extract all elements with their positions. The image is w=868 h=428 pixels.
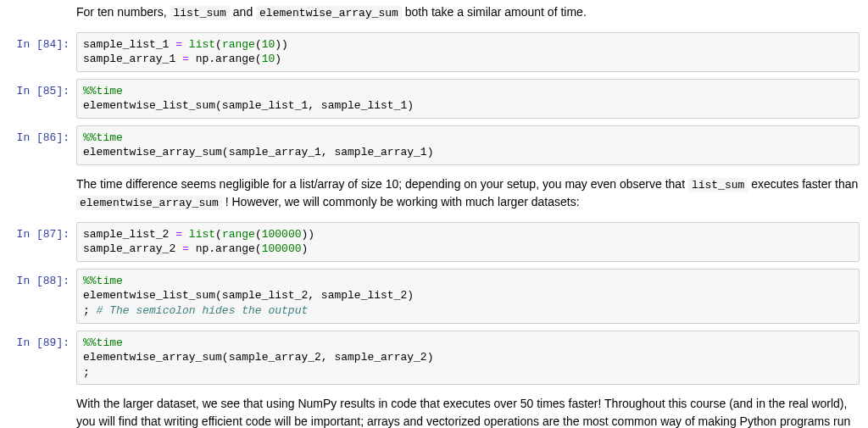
code-cell: In [85]: %%time elementwise_list_sum(sam…	[8, 79, 860, 119]
markdown-text: For ten numbers, list_sum and elementwis…	[76, 0, 860, 25]
code-input[interactable]: %%time elementwise_array_sum(sample_arra…	[76, 331, 860, 386]
code-token: 100000	[262, 242, 302, 255]
code-token: elementwise_array_sum(sample_array_1, sa…	[83, 146, 433, 158]
prompt-empty	[8, 392, 76, 396]
markdown-cell: For ten numbers, list_sum and elementwis…	[8, 0, 860, 25]
notebook-container: For ten numbers, list_sum and elementwis…	[0, 0, 868, 428]
code-token: elementwise_array_sum(sample_array_2, sa…	[83, 351, 433, 364]
code-token: np.arange(	[189, 242, 262, 255]
code-token: list	[189, 38, 215, 51]
code-token: %%time	[83, 131, 123, 144]
code-input[interactable]: %%time elementwise_array_sum(sample_arra…	[76, 125, 860, 165]
code-token: elementwise_list_sum(sample_list_1, samp…	[83, 99, 414, 112]
md-text: ! However, we will commonly be working w…	[222, 195, 580, 208]
code-token: range	[222, 228, 255, 241]
code-token: )	[301, 242, 308, 255]
code-token: (	[215, 228, 222, 241]
code-token: range	[222, 38, 255, 51]
input-prompt: In [86]:	[8, 125, 76, 147]
code-cell: In [88]: %%time elementwise_list_sum(sam…	[8, 269, 860, 324]
code-token: sample_array_1	[83, 53, 182, 65]
input-prompt: In [84]:	[8, 32, 76, 53]
code-token: sample_array_2	[83, 242, 182, 255]
md-text: For ten numbers,	[76, 5, 170, 19]
code-token: sample_list_2	[83, 228, 175, 241]
code-token: elementwise_list_sum(sample_list_2, samp…	[83, 289, 414, 302]
code-input[interactable]: sample_list_1 = list(range(10)) sample_a…	[76, 32, 860, 72]
code-token: (	[255, 228, 262, 241]
code-cell: In [84]: sample_list_1 = list(range(10))…	[8, 32, 860, 72]
input-prompt: In [87]:	[8, 222, 76, 243]
inline-code: elementwise_array_sum	[256, 6, 402, 20]
input-prompt: In [89]:	[8, 331, 76, 352]
code-token: =	[175, 38, 182, 51]
md-text: and	[230, 5, 256, 19]
code-token	[182, 38, 189, 51]
markdown-text: With the larger dataset, we see that usi…	[76, 392, 860, 428]
code-input[interactable]: sample_list_2 = list(range(100000)) samp…	[76, 222, 860, 262]
code-input[interactable]: %%time elementwise_list_sum(sample_list_…	[76, 79, 860, 119]
code-token: 10	[262, 38, 275, 51]
code-token: list	[189, 228, 215, 241]
code-token: =	[182, 53, 189, 65]
code-token: ))	[275, 38, 288, 51]
code-token: %%time	[83, 85, 123, 97]
md-text: With the larger dataset, we see that usi…	[76, 397, 850, 428]
markdown-cell: The time difference seems negligible for…	[8, 172, 860, 215]
inline-code: elementwise_array_sum	[76, 196, 222, 210]
code-token: ))	[302, 228, 315, 241]
md-text: both take a similar amount of time.	[402, 5, 587, 19]
prompt-empty	[8, 172, 76, 176]
inline-code: list_sum	[170, 6, 230, 20]
code-token: %%time	[83, 275, 123, 287]
code-token: ;	[83, 304, 90, 317]
prompt-empty	[8, 0, 76, 4]
code-token	[182, 228, 189, 241]
code-cell: In [86]: %%time elementwise_array_sum(sa…	[8, 125, 860, 165]
code-cell: In [89]: %%time elementwise_array_sum(sa…	[8, 331, 860, 386]
inline-code: list_sum	[688, 178, 748, 192]
md-text: executes faster than	[748, 177, 858, 191]
md-text: The time difference seems negligible for…	[76, 177, 688, 191]
markdown-text: The time difference seems negligible for…	[76, 172, 860, 215]
code-token: (	[215, 38, 222, 51]
code-cell: In [87]: sample_list_2 = list(range(1000…	[8, 222, 860, 262]
code-token: (	[255, 38, 262, 51]
code-token: sample_list_1	[83, 38, 175, 51]
code-token: 10	[262, 53, 275, 65]
code-token: %%time	[83, 336, 123, 349]
input-prompt: In [85]:	[8, 79, 76, 100]
code-token: 100000	[262, 228, 302, 241]
markdown-cell: With the larger dataset, we see that usi…	[8, 392, 860, 428]
code-token: # The semicolon hides the output	[90, 304, 308, 317]
code-token: )	[275, 53, 281, 65]
code-token: np.arange(	[189, 53, 262, 65]
code-input[interactable]: %%time elementwise_list_sum(sample_list_…	[76, 269, 860, 324]
code-token: =	[182, 242, 189, 255]
code-token: ;	[83, 366, 90, 379]
input-prompt: In [88]:	[8, 269, 76, 290]
code-token: =	[175, 228, 182, 241]
